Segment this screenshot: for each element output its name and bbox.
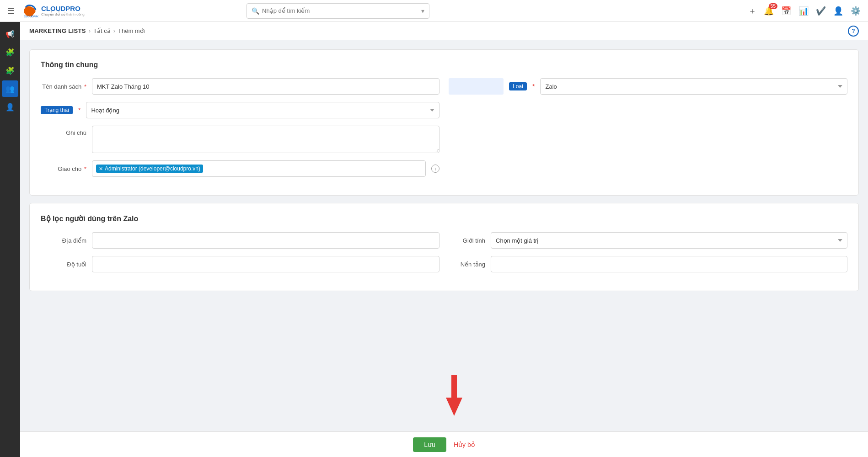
field-group-name: Tên danh sách * (41, 78, 439, 95)
logo-area: CLOUDPRO CLOUDPRO Chuyển đổi số thành cô… (22, 3, 85, 19)
top-navbar: ☰ CLOUDPRO CLOUDPRO Chuyển đổi số thành … (0, 0, 868, 22)
giao-cho-label: Giao cho * (41, 165, 86, 172)
tasks-icon[interactable]: ✔️ (816, 6, 826, 16)
ten-danh-sach-label: Tên danh sách * (41, 83, 86, 90)
right-placeholder (449, 102, 847, 118)
breadcrumb-current: Thêm mới (118, 27, 145, 34)
save-button[interactable]: Lưu (413, 437, 446, 452)
gioi-tinh-label: Giới tính (449, 237, 485, 244)
field-group-location: Địa điểm (41, 232, 439, 249)
breadcrumb-sep1: › (89, 27, 91, 34)
breadcrumb-bar: MARKETING LISTS › Tất cả › Thêm mới ? (20, 22, 868, 40)
gioi-tinh-select[interactable]: Chọn một giá trị (491, 232, 847, 249)
search-icon: 🔍 (252, 7, 259, 15)
hamburger-menu[interactable]: ☰ (7, 6, 15, 16)
field-group-note: Ghi chú (41, 126, 439, 153)
dia-diem-input[interactable] (92, 232, 439, 249)
form-row-assign: Giao cho * ✕ Administrator (developer@cl… (41, 160, 847, 177)
general-info-section: Thông tin chung Tên danh sách * Loại * L… (29, 49, 859, 196)
field-group-status: Trạng thái * Hoạt động (41, 102, 439, 118)
main-content: Thông tin chung Tên danh sách * Loại * L… (20, 40, 868, 457)
search-chevron-icon: ▾ (421, 7, 424, 15)
field-group-type: Loại * Loại Zalo (449, 78, 847, 95)
remove-assignee-button[interactable]: ✕ (99, 166, 103, 172)
assignee-tag: ✕ Administrator (developer@cloudpro.vn) (96, 165, 203, 173)
loai-badge: Loại (509, 82, 527, 90)
bottom-toolbar: Lưu Hủy bỏ (20, 431, 868, 457)
logo-text: CLOUDPRO Chuyển đổi số thành công (41, 5, 85, 17)
breadcrumb-sep2: › (113, 27, 115, 34)
do-tuoi-label: Độ tuổi (41, 261, 86, 268)
do-tuoi-input[interactable] (92, 256, 439, 272)
right-note-placeholder (449, 126, 847, 153)
svg-text:CLOUDPRO: CLOUDPRO (24, 15, 38, 18)
nav-icons: ＋ 🔔 55 📅 📊 ✔️ 👤 ⚙️ (748, 5, 861, 16)
assign-info-icon[interactable]: i (431, 165, 439, 173)
field-group-assign: Giao cho * ✕ Administrator (developer@cl… (41, 160, 439, 177)
left-sidebar: 📢 🧩 🧩 👥 👤 (0, 22, 20, 457)
filter-section-title: Bộ lọc người dùng trên Zalo (41, 214, 847, 223)
breadcrumb-all[interactable]: Tất cả (93, 27, 111, 34)
right-assign-placeholder (449, 160, 847, 177)
profile-icon[interactable]: 👤 (833, 6, 843, 16)
ghi-chu-label: Ghi chú (41, 126, 86, 136)
filter-row-location-gender: Địa điểm Giới tính Chọn một giá trị (41, 232, 847, 249)
filter-row-age-platform: Độ tuổi Nền tảng (41, 256, 847, 272)
trang-thai-badge: Trạng thái (41, 106, 73, 114)
filter-section: Bộ lọc người dùng trên Zalo Địa điểm Giớ… (29, 203, 859, 291)
field-group-gender: Giới tính Chọn một giá trị (449, 232, 847, 249)
sidebar-item-puzzle1[interactable]: 🧩 (2, 44, 18, 60)
breadcrumb-root: MARKETING LISTS (29, 27, 86, 34)
giao-cho-tag-input[interactable]: ✕ Administrator (developer@cloudpro.vn) (92, 160, 426, 177)
nen-tang-input[interactable] (491, 256, 847, 272)
logo-icon: CLOUDPRO (22, 3, 38, 19)
form-row-name-type: Tên danh sách * Loại * Loại Zalo (41, 78, 847, 95)
add-icon[interactable]: ＋ (748, 5, 756, 16)
sidebar-item-megaphone[interactable]: 📢 (2, 26, 18, 42)
dia-diem-label: Địa điểm (41, 237, 86, 244)
ghi-chu-textarea[interactable] (92, 126, 439, 153)
settings-icon[interactable]: ⚙️ (851, 6, 861, 16)
general-info-title: Thông tin chung (41, 61, 847, 69)
search-bar[interactable]: 🔍 ▾ (246, 3, 429, 19)
field-group-platform: Nền tảng (449, 256, 847, 272)
trang-thai-select[interactable]: Hoạt động (86, 102, 439, 118)
form-row-status: Trạng thái * Hoạt động (41, 102, 847, 118)
calendar-icon[interactable]: 📅 (781, 6, 791, 16)
cancel-button[interactable]: Hủy bỏ (454, 441, 475, 448)
loai-select[interactable]: Zalo (540, 78, 847, 95)
ten-danh-sach-input[interactable] (92, 78, 439, 95)
chart-icon[interactable]: 📊 (798, 6, 809, 16)
sidebar-item-contacts[interactable]: 👥 (2, 80, 18, 97)
form-row-note: Ghi chú (41, 126, 847, 153)
search-input[interactable] (262, 7, 418, 14)
notification-badge: 55 (769, 3, 777, 9)
assignee-tag-text: Administrator (developer@cloudpro.vn) (105, 165, 200, 172)
sidebar-item-user[interactable]: 👤 (2, 99, 18, 115)
nen-tang-label: Nền tảng (449, 261, 485, 268)
help-icon[interactable]: ? (848, 26, 859, 37)
notifications-icon[interactable]: 🔔 55 (764, 6, 774, 16)
field-group-age: Độ tuổi (41, 256, 439, 272)
sidebar-item-puzzle2[interactable]: 🧩 (2, 62, 18, 79)
